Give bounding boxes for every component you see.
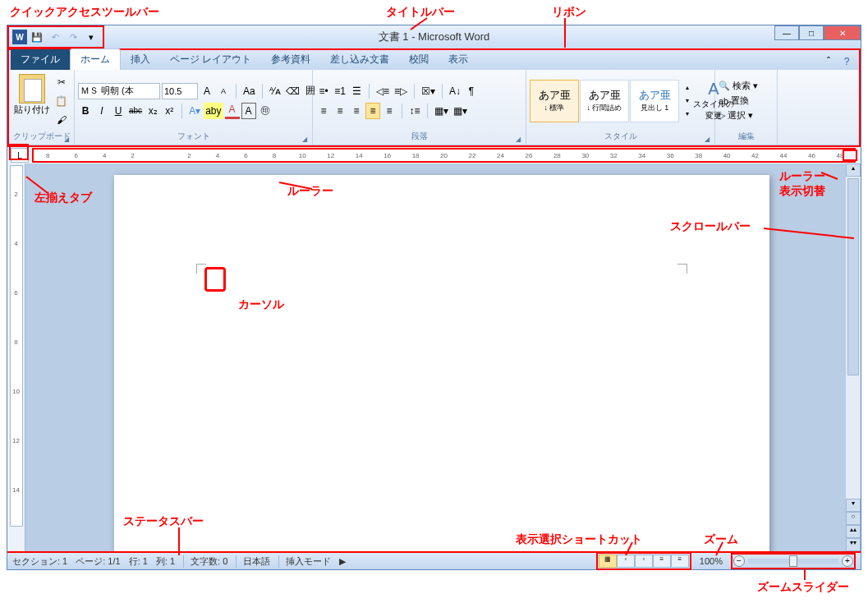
maximize-button[interactable]: □ [799,25,824,40]
char-border-icon[interactable]: A [241,103,256,119]
sort-icon[interactable]: A↓ [448,83,462,99]
format-painter-icon[interactable]: 🖌 [53,112,69,128]
font-color-icon[interactable]: A [225,103,240,119]
horizontal-ruler[interactable]: 8642246810121416182022242628303234363840… [32,148,856,163]
scroll-thumb[interactable] [847,178,859,375]
borders-icon[interactable]: ▦▾ [452,103,469,119]
line-spacing-icon[interactable]: ↕≡ [407,103,422,119]
clipboard-launcher-icon[interactable]: ◢ [64,136,69,143]
indent-increase-icon[interactable]: ≡▷ [393,83,409,99]
next-page-icon[interactable]: ▾▾ [846,538,861,551]
close-button[interactable]: ✕ [824,25,861,40]
vertical-scrollbar[interactable]: ▴ ▾ ○ ▴▴ ▾▾ [846,163,861,551]
replace-button[interactable]: ab置換 [719,94,758,107]
window-controls: — □ ✕ [774,25,861,40]
tab-references[interactable]: 参考資料 [261,49,320,70]
align-left-icon[interactable]: ≡ [316,103,331,119]
paste-icon [19,74,45,104]
font-launcher-icon[interactable]: ◢ [302,136,307,143]
prev-page-icon[interactable]: ▴▴ [846,525,861,538]
superscript-button[interactable]: x² [162,103,177,119]
minimize-ribbon-icon[interactable]: ˆ [821,53,836,70]
save-icon[interactable]: 💾 [29,29,45,45]
help-icon[interactable]: ? [839,53,854,70]
status-column[interactable]: 列: 1 [156,555,175,568]
numbering-icon[interactable]: ≡1 [333,83,347,99]
ruby-icon[interactable]: ᴬ⁄ᴀ [268,83,282,99]
shrink-font-icon[interactable]: A [216,83,231,99]
style-heading1[interactable]: あア亜見出し 1 [630,80,679,122]
ruler-area: L 86422468101214161820222426283032343638… [7,147,861,163]
vertical-ruler[interactable]: 2468101214 [7,163,25,551]
indent-decrease-icon[interactable]: ◁≡ [374,83,391,99]
select-button[interactable]: ▷選択▾ [719,109,758,122]
style-normal[interactable]: あア亜↓ 標準 [530,80,579,122]
qat-dropdown-icon[interactable]: ▾ [83,29,99,45]
paste-button[interactable]: 貼り付け [12,74,52,128]
cut-icon[interactable]: ✂ [53,74,69,90]
scroll-up-icon[interactable]: ▴ [846,163,861,177]
status-language[interactable]: 日本語 [236,555,270,568]
distribute-icon[interactable]: ≡ [382,103,397,119]
align-center-icon[interactable]: ≡ [333,103,347,119]
font-size-select[interactable] [162,83,198,99]
browse-object-icon[interactable]: ○ [846,512,861,525]
status-words[interactable]: 文字数: 0 [183,555,227,568]
tab-review[interactable]: 校閲 [399,49,439,70]
ruler-toggle-button[interactable] [843,150,857,161]
bullets-icon[interactable]: ≡• [316,83,331,99]
tab-insert[interactable]: 挿入 [121,49,160,70]
zoom-slider[interactable] [748,559,838,564]
styles-launcher-icon[interactable]: ◢ [705,136,710,143]
word-icon[interactable]: W [12,30,27,44]
tab-layout[interactable]: ページ レイアウト [160,49,261,70]
status-page[interactable]: ページ: 1/1 [76,555,120,568]
underline-button[interactable]: U [111,103,126,119]
style-nospace[interactable]: あア亜↓ 行間詰め [580,80,629,122]
scroll-down-icon[interactable]: ▾ [846,499,861,512]
view-outline-icon[interactable]: ≡ [653,555,671,568]
find-button[interactable]: 🔍検索▾ [719,80,758,92]
group-label-styles: スタイル◢ [530,130,711,143]
status-line[interactable]: 行: 1 [129,555,148,568]
tab-mailings[interactable]: 差し込み文書 [320,49,399,70]
zoom-out-button[interactable]: − [733,555,745,567]
para-launcher-icon[interactable]: ◢ [516,136,521,143]
status-insert-mode[interactable]: 挿入モード [278,555,331,568]
align-right-icon[interactable]: ≡ [349,103,364,119]
bold-button[interactable]: B [78,103,93,119]
change-case-icon[interactable]: Aa [241,83,257,99]
copy-icon[interactable]: 📋 [53,93,69,109]
zoom-percent[interactable]: 100% [700,556,723,566]
text-effects-icon[interactable]: A▾ [187,103,202,119]
justify-icon[interactable]: ≡ [365,103,380,119]
status-section[interactable]: セクション: 1 [12,555,67,568]
view-draft-icon[interactable]: ≡ [671,555,689,568]
tab-home[interactable]: ホーム [70,48,121,70]
tab-view[interactable]: 表示 [439,49,478,70]
undo-icon[interactable]: ↶ [47,29,63,45]
view-print-layout-icon[interactable]: ▦ [599,555,617,568]
shading-icon[interactable]: ▦▾ [433,103,450,119]
strike-button[interactable]: abc [127,103,144,119]
ltr-icon[interactable]: ☒▾ [420,83,437,99]
view-fullscreen-icon[interactable]: ▫ [617,555,635,568]
font-name-select[interactable] [78,83,160,99]
tab-file[interactable]: ファイル [11,49,70,70]
enclose-circle-icon[interactable]: ㊞ [258,103,273,119]
redo-icon[interactable]: ↷ [65,29,81,45]
grow-font-icon[interactable]: A [200,83,214,99]
italic-button[interactable]: I [94,103,109,119]
highlight-icon[interactable]: aby [204,103,223,119]
zoom-slider-thumb[interactable] [789,555,797,567]
clear-format-icon[interactable]: ⌫ [284,83,301,99]
view-web-icon[interactable]: ▫ [635,555,653,568]
zoom-in-button[interactable]: + [842,555,853,567]
show-marks-icon[interactable]: ¶ [464,83,479,99]
multilevel-icon[interactable]: ☰ [349,83,364,99]
minimize-button[interactable]: — [774,25,799,40]
group-clipboard: 貼り付け ✂ 📋 🖌 クリップボード◢ [9,70,75,145]
quick-access-toolbar: W 💾 ↶ ↷ ▾ [7,25,104,48]
subscript-button[interactable]: x₂ [145,103,160,119]
status-macro-icon[interactable]: ▶ [339,556,346,567]
